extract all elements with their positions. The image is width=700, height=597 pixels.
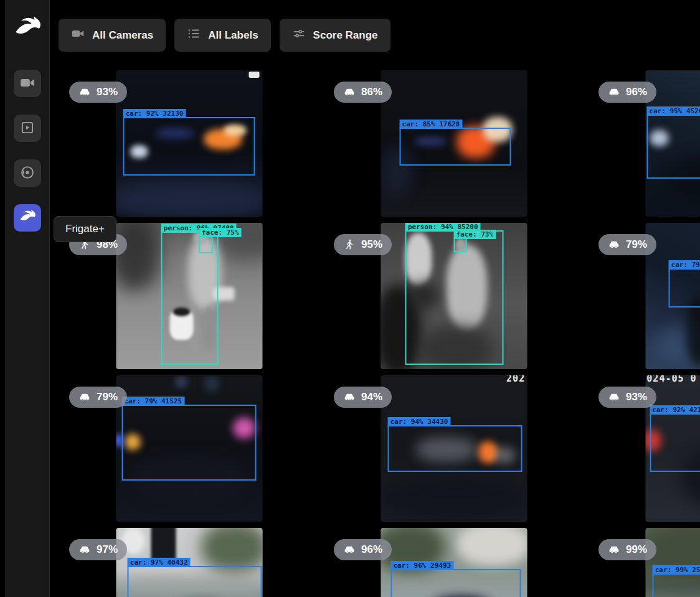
review-icon: [19, 120, 35, 138]
detection-card[interactable]: car: 95% 4526096%: [589, 70, 700, 217]
score-badge: 93%: [69, 82, 127, 103]
bounding-box: face: 75%: [199, 236, 212, 253]
scene-glow: [116, 223, 160, 290]
scene-glow: [456, 528, 527, 566]
bounding-box: car: 99% 25: [653, 573, 700, 597]
bounding-box-label: car: 85% 17628: [400, 120, 463, 129]
detection-thumbnail: car: 99% 25: [645, 528, 700, 597]
score-badge: 86%: [334, 82, 392, 103]
car-icon: [608, 543, 620, 556]
sidebar-item-cameras[interactable]: [14, 70, 41, 97]
score-badge: 96%: [334, 539, 392, 560]
detection-thumbnail: car: 85% 17628: [381, 70, 527, 217]
bounding-box-label: car: 97% 40432: [128, 558, 191, 567]
scene-glow: [201, 528, 262, 572]
bounding-box-label: car: 79%: [669, 260, 700, 270]
detection-thumbnail: car: 94% 34430202: [381, 375, 527, 522]
scene-glow: [116, 182, 262, 217]
detection-thumbnail: car: 92% 32130: [116, 70, 262, 217]
detection-card[interactable]: car: 97% 4043297%: [59, 528, 319, 597]
detection-card[interactable]: car: 99% 2599%: [589, 528, 700, 597]
bounding-box-label: car: 94% 34430: [388, 417, 451, 426]
bounding-box-label: car: 92% 4216: [650, 405, 700, 415]
detection-card[interactable]: car: 94% 3443020294%: [324, 375, 584, 522]
detection-card[interactable]: car: 92% 4216024-05 093%: [589, 375, 700, 522]
camera-timestamp-overlay: 202: [506, 375, 525, 384]
detection-card[interactable]: car: 92% 3213093%: [59, 70, 319, 217]
detection-card[interactable]: car: 96% 2949396%: [324, 528, 584, 597]
camera-timestamp-overlay: 024-05 0: [646, 375, 696, 384]
car-icon: [343, 543, 356, 556]
bounding-box-label: car: 92% 32130: [123, 109, 186, 118]
scene-glow: [249, 72, 259, 77]
car-icon: [78, 543, 91, 556]
score-range-filter-button[interactable]: Score Range: [280, 19, 390, 52]
all-labels-filter-button[interactable]: All Labels: [174, 19, 270, 52]
detection-thumbnail: car: 79% 41525: [116, 375, 262, 522]
detection-thumbnail: person: 94% 85200face: 73%: [381, 223, 527, 369]
score-badge: 93%: [598, 387, 656, 408]
bounding-box: face: 73%: [454, 238, 467, 253]
bounding-box: car: 79% 41525: [121, 405, 256, 481]
sidebar-item-frigate-plus[interactable]: [14, 204, 41, 232]
frigate-plus-tooltip: Frigate+: [54, 216, 116, 242]
score-badge: 99%: [598, 539, 656, 560]
sidebar-item-export[interactable]: [14, 159, 41, 187]
export-disc-icon: [19, 164, 35, 182]
filter-toolbar: All Cameras All Labels Score Range: [50, 0, 700, 52]
bounding-box-label: car: 99% 25: [653, 565, 700, 575]
person-walking-icon: [343, 238, 356, 251]
detection-card[interactable]: car: 85% 1762886%: [324, 70, 584, 217]
list-icon: [187, 27, 201, 44]
sidebar: [0, 0, 50, 597]
scene-glow: [381, 478, 527, 522]
score-value: 94%: [361, 391, 382, 403]
bounding-box-label: car: 96% 29493: [390, 561, 453, 570]
bounding-box: car: 97% 40432: [128, 566, 262, 597]
car-icon: [608, 391, 620, 403]
sidebar-item-review[interactable]: [14, 115, 41, 142]
score-value: 93%: [97, 86, 118, 98]
score-value: 86%: [361, 86, 382, 98]
scene-glow: [151, 528, 176, 560]
score-badge: 95%: [334, 234, 392, 255]
bounding-box-label: face: 75%: [199, 228, 242, 237]
detection-card[interactable]: person: 96% 97400face: 75%98%: [59, 223, 319, 369]
score-badge: 97%: [69, 539, 127, 560]
scene-glow: [174, 375, 187, 388]
car-icon: [78, 86, 91, 98]
bounding-box: car: 96% 29493: [390, 569, 521, 597]
score-value: 96%: [361, 543, 382, 556]
score-value: 99%: [626, 543, 647, 556]
detection-card[interactable]: car: 79%79%: [589, 223, 700, 369]
bounding-box-label: car: 95% 45260: [646, 106, 700, 116]
frigate-logo: [12, 14, 42, 44]
score-badge: 79%: [598, 234, 656, 255]
bounding-box: car: 92% 32130: [123, 117, 255, 176]
car-icon: [608, 238, 620, 251]
score-value: 79%: [626, 238, 647, 251]
detection-thumbnail: car: 96% 29493: [381, 528, 527, 597]
car-icon: [78, 391, 91, 403]
filter-label: All Labels: [208, 29, 258, 42]
score-badge: 94%: [334, 387, 392, 408]
bounding-box-label: car: 79% 41525: [121, 397, 184, 406]
score-badge: 96%: [598, 82, 656, 103]
main-content: All Cameras All Labels Score Range car: …: [50, 0, 700, 597]
detection-card[interactable]: person: 94% 85200face: 73%95%: [324, 223, 584, 369]
video-camera-icon: [71, 27, 85, 44]
detection-thumbnail: car: 97% 40432: [116, 528, 262, 597]
sidebar-nav: [14, 70, 41, 232]
filter-label: All Cameras: [92, 29, 153, 42]
score-value: 96%: [626, 86, 647, 98]
sliders-icon: [292, 27, 306, 44]
frigate-bird-icon: [13, 14, 42, 43]
detection-card[interactable]: car: 79% 4152579%: [59, 375, 319, 522]
score-badge: 79%: [69, 387, 127, 408]
all-cameras-filter-button[interactable]: All Cameras: [59, 19, 166, 52]
detections-grid: car: 92% 3213093%car: 85% 1762886%car: 9…: [59, 70, 700, 597]
video-camera-icon: [19, 75, 35, 93]
scene-glow: [204, 375, 220, 392]
bounding-box: car: 85% 17628: [400, 128, 511, 166]
bounding-box: car: 94% 34430: [388, 425, 523, 472]
